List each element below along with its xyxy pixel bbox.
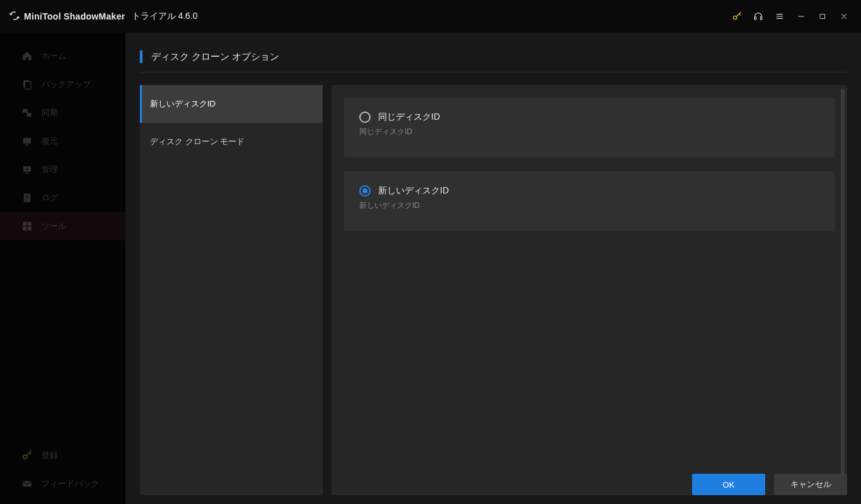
log-icon: [21, 192, 33, 203]
sidebar-item-label: フィードバック: [42, 478, 99, 490]
license-key-button[interactable]: [726, 6, 748, 26]
category-new-disk-id[interactable]: 新しいディスクID: [140, 85, 323, 123]
svg-rect-9: [23, 137, 31, 143]
option-title: 新しいディスクID: [378, 185, 449, 197]
sidebar-item-label: ログ: [42, 192, 58, 203]
sidebar-item-home[interactable]: ホーム: [0, 42, 125, 70]
sidebar-item-label: 管理: [42, 164, 58, 175]
sidebar-register[interactable]: 登録: [0, 441, 125, 469]
category-label: ディスク クローン モード: [150, 136, 245, 147]
key-icon: [21, 450, 33, 461]
sidebar-item-sync[interactable]: 同期: [0, 98, 125, 127]
svg-rect-7: [23, 109, 28, 113]
svg-rect-3: [821, 14, 825, 19]
tools-icon: [21, 220, 33, 232]
logo-icon: [9, 10, 20, 23]
menu-button[interactable]: [769, 6, 790, 26]
button-label: OK: [723, 480, 735, 490]
option-new-disk-id[interactable]: 新しいディスクID 新しいディスクID: [344, 171, 835, 231]
radio-new-disk-id[interactable]: [359, 185, 371, 197]
app-suffix: トライアル 4.6.0: [132, 11, 198, 22]
option-desc: 同じディスクID: [359, 127, 819, 137]
minimize-button[interactable]: [790, 6, 812, 26]
page-title-row: ディスク クローン オプション: [140, 50, 847, 72]
svg-rect-15: [23, 226, 26, 230]
support-button[interactable]: [748, 6, 769, 26]
category-label: 新しいディスクID: [150, 98, 216, 110]
scrollbar[interactable]: [841, 89, 845, 491]
option-same-disk-id[interactable]: 同じディスクID 同じディスクID: [344, 98, 835, 158]
options-area: 同じディスクID 同じディスクID 新しいディスクID 新しいディスクID: [332, 85, 847, 495]
ok-button[interactable]: OK: [692, 474, 765, 495]
sidebar-feedback[interactable]: フィードバック: [0, 469, 125, 498]
svg-rect-16: [28, 226, 32, 230]
footer-buttons: OK キャンセル: [692, 474, 847, 495]
main-panel: ディスク クローン オプション 新しいディスクID ディスク クローン モード …: [126, 33, 861, 504]
sidebar-item-restore[interactable]: 復元: [0, 127, 125, 155]
sidebar-item-label: ホーム: [42, 50, 66, 62]
svg-rect-14: [28, 222, 32, 226]
sidebar-item-manage[interactable]: 管理: [0, 155, 125, 183]
sidebar-item-label: バックアップ: [42, 79, 91, 90]
title-accent-bar: [140, 50, 142, 63]
app-name: MiniTool ShadowMaker: [24, 11, 125, 21]
button-label: キャンセル: [790, 479, 831, 490]
app-logo: MiniTool ShadowMaker トライアル 4.6.0: [9, 10, 198, 23]
sidebar-item-label: 登録: [42, 450, 58, 461]
sidebar-item-tools[interactable]: ツール: [0, 212, 125, 240]
cancel-button[interactable]: キャンセル: [774, 474, 847, 495]
svg-rect-8: [26, 113, 32, 117]
svg-rect-1: [754, 17, 756, 20]
svg-rect-2: [760, 17, 762, 20]
backup-icon: [21, 79, 33, 90]
sidebar: ホーム バックアップ 同期 復元: [0, 33, 126, 504]
svg-rect-18: [23, 481, 32, 486]
manage-icon: [21, 164, 33, 175]
sidebar-item-label: 復元: [42, 135, 58, 147]
radio-same-disk-id[interactable]: [359, 112, 371, 123]
home-icon: [21, 50, 33, 62]
close-button[interactable]: [833, 6, 855, 26]
nav: ホーム バックアップ 同期 復元: [0, 33, 125, 240]
svg-point-11: [26, 168, 28, 169]
svg-rect-13: [23, 222, 26, 226]
sidebar-item-label: ツール: [42, 220, 66, 232]
category-clone-mode[interactable]: ディスク クローン モード: [140, 123, 323, 161]
page-title: ディスク クローン オプション: [151, 51, 279, 63]
sync-icon: [21, 107, 33, 118]
restore-icon: [21, 135, 33, 147]
sidebar-item-label: 同期: [42, 107, 58, 118]
mail-icon: [21, 478, 33, 490]
sidebar-item-log[interactable]: ログ: [0, 183, 125, 212]
option-title: 同じディスクID: [378, 112, 440, 123]
maximize-button[interactable]: [812, 6, 833, 26]
option-desc: 新しいディスクID: [359, 200, 819, 211]
titlebar: MiniTool ShadowMaker トライアル 4.6.0: [0, 0, 861, 33]
category-list: 新しいディスクID ディスク クローン モード: [140, 85, 323, 495]
sidebar-item-backup[interactable]: バックアップ: [0, 70, 125, 98]
svg-rect-5: [25, 81, 31, 89]
